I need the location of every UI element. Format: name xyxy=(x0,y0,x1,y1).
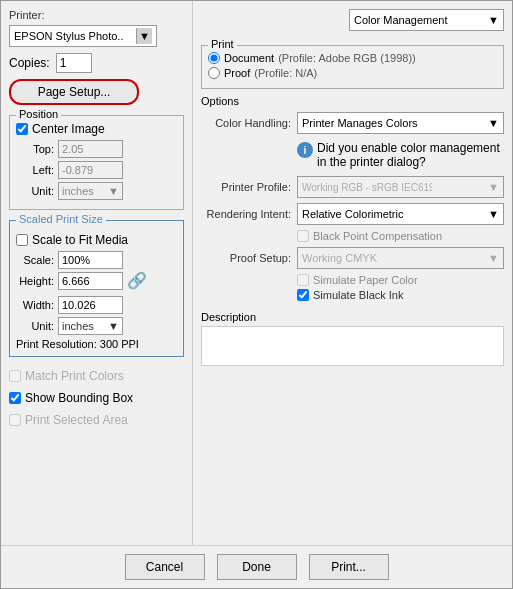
left-row: Left: xyxy=(16,161,177,179)
print-section: Print Document (Profile: Adobe RGB (1998… xyxy=(201,45,504,89)
info-row: i Did you enable color management in the… xyxy=(297,141,504,169)
color-mgmt-select[interactable]: Color Management ▼ xyxy=(349,9,504,31)
document-profile: (Profile: Adobe RGB (1998)) xyxy=(278,52,416,64)
done-button[interactable]: Done xyxy=(217,554,297,580)
width-input[interactable] xyxy=(58,296,123,314)
proof-setup-arrow: ▼ xyxy=(484,252,499,264)
color-handling-row: Color Handling: Printer Manages Colors ▼ xyxy=(201,112,504,134)
unit-select[interactable]: inches ▼ xyxy=(58,182,123,200)
rendering-intent-arrow: ▼ xyxy=(484,208,499,220)
printer-profile-select[interactable]: Working RGB - sRGB IEC61966-2.1 ▼ xyxy=(297,176,504,198)
link-icon: 🔗 xyxy=(127,273,147,289)
info-icon: i xyxy=(297,142,313,158)
scale-to-fit-label: Scale to Fit Media xyxy=(32,233,128,247)
printer-select[interactable]: EPSON Stylus Photo... ▼ xyxy=(9,25,157,47)
height-row: Height: 🔗 xyxy=(16,272,177,290)
position-group-title: Position xyxy=(16,108,61,120)
document-label: Document xyxy=(224,52,274,64)
rendering-intent-select[interactable]: Relative Colorimetric ▼ xyxy=(297,203,504,225)
simulate-black-row: Simulate Black Ink xyxy=(297,289,504,301)
printer-profile-arrow: ▼ xyxy=(484,181,499,193)
color-handling-select[interactable]: Printer Manages Colors ▼ xyxy=(297,112,504,134)
print-selected-row: Print Selected Area xyxy=(9,413,184,427)
top-dropdown: Color Management ▼ xyxy=(201,9,504,31)
black-point-row: Black Point Compensation xyxy=(297,230,504,242)
printer-profile-label: Printer Profile: xyxy=(201,181,291,193)
cancel-button[interactable]: Cancel xyxy=(125,554,205,580)
options-label: Options xyxy=(201,95,504,107)
color-handling-arrow: ▼ xyxy=(484,117,499,129)
simulate-paper-checkbox[interactable] xyxy=(297,274,309,286)
document-radio-row: Document (Profile: Adobe RGB (1998)) xyxy=(208,52,497,64)
scale-row: Scale: xyxy=(16,251,177,269)
unit-row: Unit: inches ▼ xyxy=(16,182,177,200)
left-panel: Printer: EPSON Stylus Photo... ▼ Copies:… xyxy=(1,1,193,545)
simulate-options: Simulate Paper Color Simulate Black Ink xyxy=(297,274,504,301)
simulate-black-checkbox[interactable] xyxy=(297,289,309,301)
right-panel: Color Management ▼ Print Document (Profi… xyxy=(193,1,512,545)
rendering-intent-row: Rendering Intent: Relative Colorimetric … xyxy=(201,203,504,225)
left-input[interactable] xyxy=(58,161,123,179)
proof-setup-select[interactable]: Working CMYK ▼ xyxy=(297,247,504,269)
footer: Cancel Done Print... xyxy=(1,545,512,588)
info-text: Did you enable color management in the p… xyxy=(317,141,500,169)
match-print-row: Match Print Colors xyxy=(9,369,184,383)
unit2-arrow: ▼ xyxy=(104,320,119,332)
copies-label: Copies: xyxy=(9,56,50,70)
position-group: Position Center Image Top: Left: Unit: i… xyxy=(9,115,184,210)
unit2-select[interactable]: inches ▼ xyxy=(58,317,123,335)
proof-radio[interactable] xyxy=(208,67,220,79)
unit-arrow: ▼ xyxy=(104,185,119,197)
print-selected-checkbox[interactable] xyxy=(9,414,21,426)
document-radio[interactable] xyxy=(208,52,220,64)
width-row: Width: xyxy=(16,296,177,314)
printer-label: Printer: xyxy=(9,9,184,21)
center-image-label: Center Image xyxy=(32,122,105,136)
copies-row: Copies: xyxy=(9,53,184,73)
bottom-checkboxes: Match Print Colors Show Bounding Box Pri… xyxy=(9,369,184,431)
simulate-paper-label: Simulate Paper Color xyxy=(313,274,418,286)
rendering-intent-label: Rendering Intent: xyxy=(201,208,291,220)
top-row: Top: xyxy=(16,140,177,158)
page-setup-button[interactable]: Page Setup... xyxy=(9,79,139,105)
match-print-label: Match Print Colors xyxy=(25,369,124,383)
scale-to-fit-row: Scale to Fit Media xyxy=(16,233,177,247)
scale-input[interactable] xyxy=(58,251,123,269)
top-label: Top: xyxy=(16,143,54,155)
description-box xyxy=(201,326,504,366)
scale-to-fit-checkbox[interactable] xyxy=(16,234,28,246)
unit2-row: Unit: inches ▼ xyxy=(16,317,177,335)
scaled-group-title: Scaled Print Size xyxy=(16,213,106,225)
color-mgmt-arrow: ▼ xyxy=(484,14,499,26)
proof-radio-row: Proof (Profile: N/A) xyxy=(208,67,497,79)
scale-label: Scale: xyxy=(16,254,54,266)
black-point-checkbox[interactable] xyxy=(297,230,309,242)
color-handling-label: Color Handling: xyxy=(201,117,291,129)
height-input[interactable] xyxy=(58,272,123,290)
width-label: Width: xyxy=(16,299,54,311)
top-input[interactable] xyxy=(58,140,123,158)
print-selected-label: Print Selected Area xyxy=(25,413,128,427)
proof-setup-label: Proof Setup: xyxy=(201,252,291,264)
print-button[interactable]: Print... xyxy=(309,554,389,580)
center-image-checkbox[interactable] xyxy=(16,123,28,135)
scaled-group: Scaled Print Size Scale to Fit Media Sca… xyxy=(9,220,184,357)
simulate-black-label: Simulate Black Ink xyxy=(313,289,403,301)
print-section-title: Print xyxy=(208,38,237,50)
resolution-text: Print Resolution: 300 PPI xyxy=(16,338,177,350)
match-print-checkbox[interactable] xyxy=(9,370,21,382)
proof-label: Proof xyxy=(224,67,250,79)
printer-select-arrow[interactable]: ▼ xyxy=(136,28,152,44)
printer-profile-row: Printer Profile: Working RGB - sRGB IEC6… xyxy=(201,176,504,198)
simulate-paper-row: Simulate Paper Color xyxy=(297,274,504,286)
height-label: Height: xyxy=(16,275,54,287)
options-section: Options Color Handling: Printer Manages … xyxy=(201,95,504,366)
center-image-row: Center Image xyxy=(16,122,177,136)
show-bounding-row: Show Bounding Box xyxy=(9,391,184,405)
copies-input[interactable] xyxy=(56,53,92,73)
show-bounding-checkbox[interactable] xyxy=(9,392,21,404)
show-bounding-label: Show Bounding Box xyxy=(25,391,133,405)
proof-profile: (Profile: N/A) xyxy=(254,67,317,79)
unit-label: Unit: xyxy=(16,185,54,197)
black-point-label: Black Point Compensation xyxy=(313,230,442,242)
